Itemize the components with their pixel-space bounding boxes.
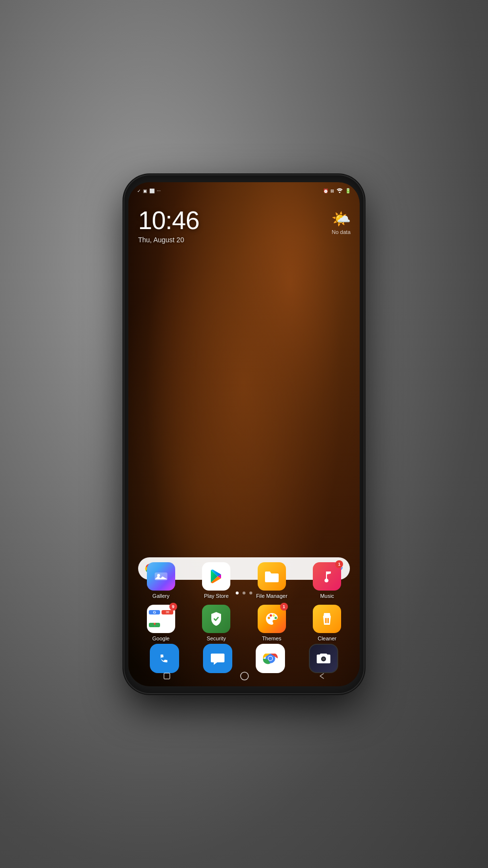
- page-dot-2[interactable]: [243, 592, 245, 594]
- filemanager-icon: [258, 562, 286, 591]
- playstore-icon: [202, 562, 230, 591]
- google-badge: 9: [169, 603, 177, 611]
- status-dots-icon: ···: [157, 188, 161, 193]
- status-notif-icon: ⬜: [149, 189, 155, 193]
- music-icon: 1: [313, 562, 341, 591]
- status-bar: ✓ ▣ ⬜ ··· ⏰ ⊠ 🔋: [128, 182, 360, 200]
- alarm-icon: ⏰: [323, 189, 328, 193]
- app-item-security[interactable]: Security: [197, 605, 236, 641]
- wifi-icon: [336, 188, 343, 194]
- app-row-2: 9 G ✉ 📍 Google: [133, 605, 355, 641]
- status-left-icons: ✓ ▣ ⬜ ···: [137, 188, 161, 193]
- nav-home-button[interactable]: [240, 672, 249, 680]
- app-grid: Gallery: [128, 562, 360, 647]
- clock-time: 10:46: [138, 206, 199, 235]
- svg-point-0: [339, 191, 341, 193]
- gallery-icon: [147, 562, 175, 591]
- svg-point-5: [272, 614, 275, 616]
- svg-point-16: [323, 658, 325, 660]
- svg-point-18: [241, 672, 248, 680]
- music-badge: 1: [335, 560, 343, 568]
- themes-badge: 1: [280, 603, 288, 611]
- themes-icon: 1: [258, 605, 286, 633]
- screen-icon: ⊠: [330, 189, 334, 193]
- phone-device: ✓ ▣ ⬜ ··· ⏰ ⊠ 🔋: [124, 175, 364, 693]
- cleaner-icon: [313, 605, 341, 633]
- weather-icon: 🌤️: [331, 210, 351, 228]
- status-sim-icon: ▣: [143, 189, 147, 193]
- nav-back-button[interactable]: [319, 673, 325, 679]
- status-right-icons: ⏰ ⊠ 🔋: [323, 188, 351, 194]
- battery-icon: 🔋: [345, 188, 351, 193]
- page-dot-3[interactable]: [249, 592, 252, 594]
- google-icon: 9 G ✉ 📍: [147, 605, 175, 633]
- svg-point-13: [268, 656, 272, 660]
- weather-text: No data: [331, 229, 351, 235]
- app-item-google[interactable]: 9 G ✉ 📍 Google: [142, 605, 181, 641]
- clock-area: 10:46 Thu, August 20: [138, 206, 199, 244]
- app-item-themes[interactable]: 1 Themes: [252, 605, 291, 641]
- svg-rect-17: [164, 673, 170, 679]
- status-check-icon: ✓: [137, 189, 141, 193]
- nav-bar: [128, 669, 360, 686]
- clock-date: Thu, August 20: [138, 236, 199, 244]
- svg-point-4: [269, 614, 272, 616]
- svg-point-3: [267, 616, 270, 619]
- app-item-cleaner[interactable]: Cleaner: [307, 605, 346, 641]
- weather-widget: 🌤️ No data: [331, 210, 351, 235]
- nav-recents-button[interactable]: [163, 673, 170, 679]
- security-icon: [202, 605, 230, 633]
- phone-screen: ✓ ▣ ⬜ ··· ⏰ ⊠ 🔋: [128, 182, 360, 686]
- svg-point-6: [274, 616, 277, 619]
- page-dot-1[interactable]: [236, 592, 239, 594]
- page-dots: [128, 592, 360, 594]
